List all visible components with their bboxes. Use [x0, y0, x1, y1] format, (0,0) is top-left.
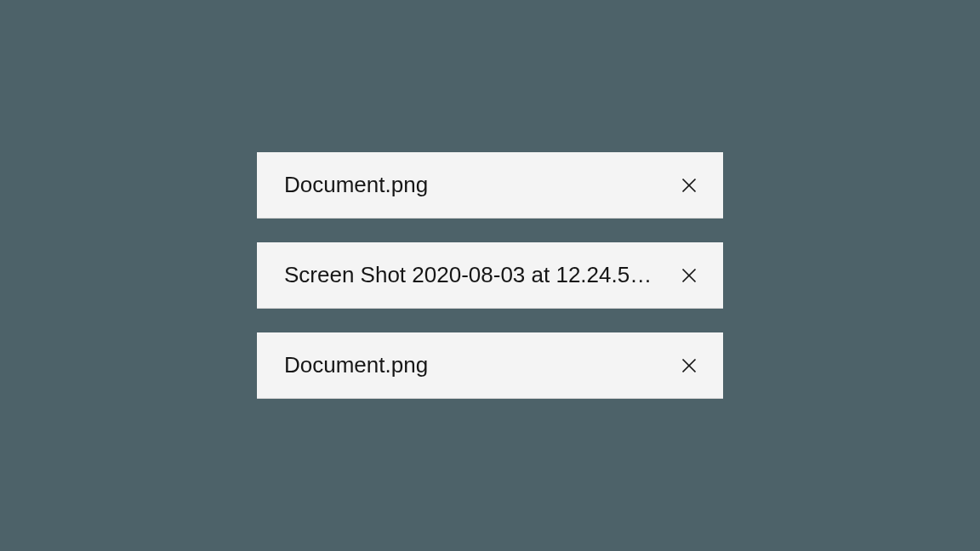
file-name: Screen Shot 2020-08-03 at 12.24.54 PM.pn… [284, 262, 658, 288]
file-chip: Document.png [257, 332, 723, 399]
close-icon [681, 357, 698, 374]
close-icon [681, 177, 698, 194]
file-name: Document.png [284, 352, 428, 378]
close-icon [681, 267, 698, 284]
file-name: Document.png [284, 172, 428, 198]
file-chip: Screen Shot 2020-08-03 at 12.24.54 PM.pn… [257, 242, 723, 309]
remove-file-button[interactable] [675, 352, 703, 379]
remove-file-button[interactable] [675, 172, 703, 199]
file-chip: Document.png [257, 152, 723, 219]
remove-file-button[interactable] [675, 262, 703, 289]
